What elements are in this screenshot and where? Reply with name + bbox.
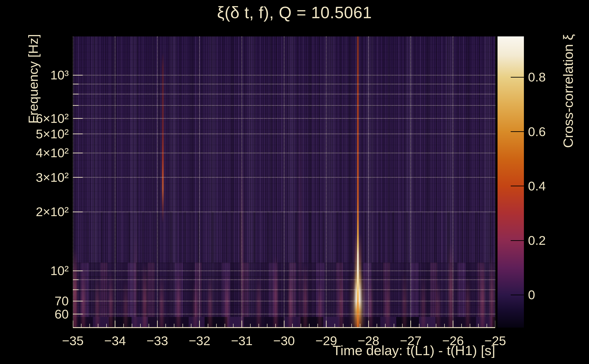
y-major-tick [73,314,83,314]
secondary-correlation-ridge [162,53,164,223]
y-major-tick [73,212,83,212]
y-major-tick [73,134,83,134]
colorbar-tick [511,295,525,295]
colorbar-tick [511,131,525,132]
x-major-tick [495,321,496,328]
noise-spot [299,112,301,328]
y-gridline [73,289,495,290]
noise-spot [73,248,77,328]
noise-spot [303,263,307,328]
noise-spot [193,280,197,328]
colorbar-title: Cross-correlation ξ [560,34,576,148]
y-gridline [73,134,495,134]
y-gridline [73,301,495,301]
y-gridline [73,118,495,119]
y-major-tick [73,177,83,178]
y-minor-tick [73,84,79,84]
noise-spot [143,263,147,328]
y-gridline [73,271,495,271]
y-tick-label: 10² [0,263,69,278]
noise-spot [274,255,277,328]
y-minor-tick [73,279,79,280]
y-major-tick [73,153,83,153]
x-tick-label: −31 [219,334,264,348]
x-major-tick [115,321,115,328]
x-gridline [326,36,327,328]
y-tick-label: 10³ [0,68,69,82]
x-gridline [410,36,411,328]
y-gridline [73,177,495,178]
colorbar-tick-label: 0.6 [528,125,546,139]
x-gridline [453,36,453,328]
y-major-tick [73,271,83,271]
y-minor-tick [73,289,79,290]
colorbar-tick [511,186,525,186]
y-tick-label: 60 [0,307,69,321]
x-tick-label: −35 [50,334,96,348]
y-tick-label: 2×10² [0,205,69,219]
noise-spot [318,280,322,328]
x-major-tick [73,321,73,328]
y-gridline [73,84,495,84]
y-tick-label: 6×10² [0,111,69,126]
y-tick-label: 70 [0,294,69,308]
x-gridline [495,36,496,328]
y-major-tick [73,75,83,76]
noise-spot [124,280,127,328]
y-gridline [73,75,495,76]
x-axis-line [73,327,495,328]
x-tick-label: −33 [135,334,180,348]
colorbar-tick [511,77,525,78]
heatmap-plot-area [73,36,495,328]
colorbar [497,36,524,328]
y-major-tick [73,118,83,119]
x-tick-label: −34 [92,334,138,348]
x-tick-label: −30 [261,334,307,348]
plot-title: ξ(δ t, f), Q = 10.5061 [0,3,589,22]
x-gridline [368,36,369,328]
canvas: ξ(δ t, f), Q = 10.5061 Frequency [Hz] −3… [0,0,589,364]
y-minor-tick [73,94,79,94]
x-gridline [242,36,242,328]
x-major-tick [410,321,411,328]
y-gridline [73,212,495,212]
y-minor-tick [73,105,79,106]
x-axis-title: Time delay: t(L1) - t(H1) [s] [333,343,495,358]
noise-spot [481,263,484,328]
x-gridline [157,36,158,328]
x-major-tick [157,321,158,328]
x-major-tick [242,321,242,328]
main-correlation-ridge [357,36,359,328]
x-gridline [284,36,284,328]
y-gridline [73,94,495,94]
noise-spot [490,255,494,328]
x-major-tick [199,321,200,328]
x-gridline [199,36,200,328]
y-tick-label: 4×10² [0,146,69,160]
x-major-tick [284,321,284,328]
x-major-tick [368,321,369,328]
colorbar-tick-label: 0.2 [528,234,546,247]
y-gridline [73,105,495,106]
colorbar-tick-label: 0.8 [528,70,546,84]
colorbar-tick [511,240,525,241]
x-tick-label: −32 [177,334,222,348]
y-tick-label: 5×10² [0,127,69,141]
noise-spot [436,280,440,328]
x-major-tick [453,321,453,328]
y-tick-label: 3×10² [0,170,69,185]
noise-spot [449,242,453,328]
noise-spot [386,280,389,328]
colorbar-tick-label: 0 [528,288,535,302]
y-gridline [73,314,495,314]
y-gridline [73,153,495,153]
x-major-tick [326,321,327,328]
x-gridline [115,36,115,328]
y-gridline [73,279,495,280]
noise-spot [81,267,85,328]
y-major-tick [73,301,83,301]
colorbar-tick-label: 0.4 [528,179,546,193]
x-gridline [73,36,73,328]
